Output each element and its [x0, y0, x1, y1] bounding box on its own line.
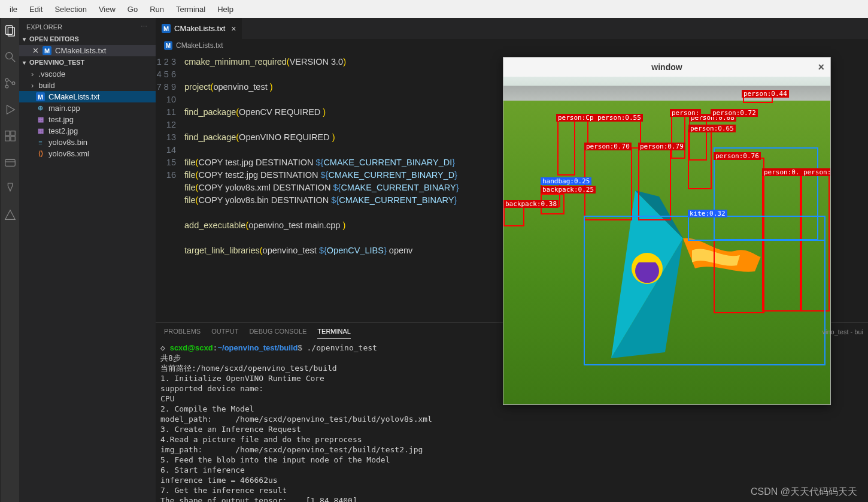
panel-tab-problems[interactable]: PROBLEMS: [164, 328, 201, 339]
menu-selection[interactable]: Selection: [48, 2, 92, 16]
bbox: [714, 147, 818, 240]
svg-point-4: [5, 78, 8, 81]
detection-label: person:: [802, 168, 830, 176]
detection-label: backpack:0.38: [503, 200, 559, 208]
detection-label: handbag:0.25: [541, 177, 591, 185]
run-debug-icon[interactable]: [4, 103, 17, 116]
explorer-icon[interactable]: [4, 24, 17, 37]
source-control-icon[interactable]: [4, 77, 17, 90]
svg-point-6: [12, 82, 15, 85]
svg-rect-12: [5, 159, 15, 166]
detection-label: person:0.70: [584, 143, 632, 150]
file-test2-jpg[interactable]: ▦test2.jpg: [19, 125, 156, 137]
panel-tab-output[interactable]: OUTPUT: [211, 328, 238, 339]
menu-view[interactable]: View: [93, 2, 122, 16]
detection-label: person:0.79: [638, 143, 685, 150]
detection-label: person:Cp: [556, 114, 596, 122]
menu-edit[interactable]: Edit: [23, 2, 48, 16]
tab-cmakelists[interactable]: M CMakeLists.txt ×: [156, 18, 242, 39]
svg-point-2: [5, 53, 12, 59]
detection-label: backpack:0.25: [541, 186, 596, 193]
detection-label: person:0.44: [742, 90, 789, 98]
detection-label: person:0.76: [714, 152, 761, 160]
svg-rect-10: [5, 137, 9, 141]
file-test-jpg[interactable]: ▦test.jpg: [19, 114, 156, 125]
extensions-icon[interactable]: [4, 129, 17, 143]
file-yolov8s-bin[interactable]: ≡yolov8s.bin: [19, 137, 156, 148]
window-title: window: [651, 62, 682, 72]
remote-icon[interactable]: [4, 156, 17, 169]
file-icon: M: [43, 46, 51, 55]
file-main-cpp[interactable]: ⊕main.cpp: [19, 102, 156, 114]
file-yolov8s-xml[interactable]: ⟨⟩yolov8s.xml: [19, 148, 156, 159]
detection-label: person:0.65: [688, 125, 736, 132]
tab-label: CMakeLists.txt: [174, 24, 225, 33]
bbox: [557, 119, 575, 176]
file-cmakelists[interactable]: MCMakeLists.txt: [19, 91, 156, 102]
watermark: CSDN @天天代码码天天: [751, 486, 857, 498]
tab-icon: M: [162, 24, 171, 33]
file-label: CMakeLists.txt: [55, 46, 106, 55]
svg-rect-9: [10, 131, 14, 135]
menubar: ile Edit Selection View Go Run Terminal …: [0, 0, 868, 18]
svg-rect-11: [10, 137, 14, 141]
menu-go[interactable]: Go: [122, 2, 144, 16]
detection-image: person:0.44person:0.55person:Cpperson:0.…: [503, 77, 830, 404]
more-icon[interactable]: ⋯: [141, 23, 148, 31]
close-icon[interactable]: ×: [231, 24, 236, 34]
section-project[interactable]: OPENVINO_TEST: [19, 56, 156, 68]
explorer-title: EXPLORER: [26, 23, 62, 31]
terminal-side-label: vino_test - bui: [823, 328, 863, 335]
window-titlebar[interactable]: window ×: [503, 58, 830, 77]
testing-icon[interactable]: [4, 182, 17, 195]
section-open-editors[interactable]: OPEN EDITORS: [19, 33, 156, 45]
detection-window[interactable]: window × person:0.44person:0.55person:Cp…: [503, 57, 831, 405]
svg-marker-14: [5, 210, 15, 220]
menu-file[interactable]: ile: [4, 2, 23, 16]
tab-bar: M CMakeLists.txt ×: [156, 18, 868, 39]
detection-label: person:0.: [762, 168, 802, 176]
activity-bar: [0, 18, 19, 502]
panel-tab-debug[interactable]: DEBUG CONSOLE: [249, 328, 306, 339]
menu-terminal[interactable]: Terminal: [170, 2, 211, 16]
open-editor-cmakelists[interactable]: ✕ M CMakeLists.txt: [19, 45, 156, 56]
detection-label: person:: [670, 109, 701, 117]
detection-label: person:0.72: [711, 109, 758, 117]
menu-help[interactable]: Help: [211, 2, 239, 16]
detection-label: kite:0.32: [688, 210, 727, 217]
sidebar: EXPLORER ⋯ OPEN EDITORS ✕ M CMakeLists.t…: [19, 18, 156, 502]
bbox: [638, 149, 671, 220]
search-icon[interactable]: [4, 50, 17, 63]
svg-rect-8: [5, 131, 9, 135]
bbox: [688, 129, 712, 189]
folder-vscode[interactable]: .vscode: [19, 68, 156, 80]
svg-point-5: [5, 85, 8, 88]
svg-marker-7: [7, 105, 14, 114]
panel-tab-terminal[interactable]: TERMINAL: [317, 328, 351, 339]
detection-label: person:0.55: [596, 114, 643, 122]
menu-run[interactable]: Run: [144, 2, 170, 16]
cmake-icon[interactable]: [4, 208, 17, 222]
breadcrumb[interactable]: M CMakeLists.txt: [156, 39, 868, 52]
svg-line-3: [11, 59, 15, 62]
close-icon[interactable]: ×: [818, 61, 824, 74]
bbox: [671, 114, 685, 159]
folder-build[interactable]: build: [19, 80, 156, 91]
